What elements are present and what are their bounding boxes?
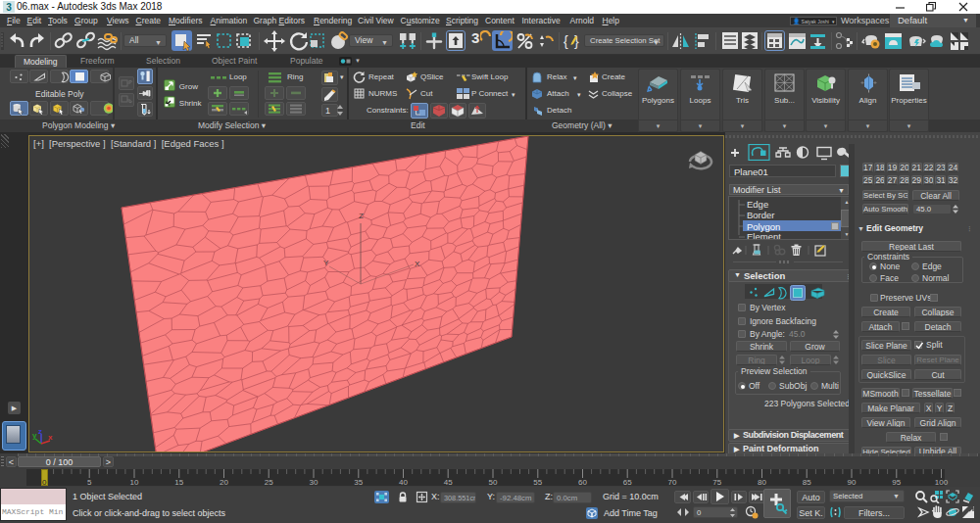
svg-text:80: 80 — [758, 478, 766, 487]
svg-text:75: 75 — [712, 478, 721, 487]
svg-text:x: x — [48, 433, 53, 442]
svg-text:15: 15 — [174, 478, 183, 487]
svg-text:70: 70 — [668, 478, 677, 487]
svg-text:z: z — [38, 427, 42, 436]
svg-text:3: 3 — [6, 2, 12, 13]
svg-text:45: 45 — [444, 478, 453, 487]
svg-text:X: X — [415, 260, 420, 268]
svg-text:{: { — [564, 33, 568, 49]
svg-text:10: 10 — [130, 478, 139, 487]
svg-text:30: 30 — [310, 478, 318, 487]
svg-text:20: 20 — [220, 478, 228, 487]
svg-text:40: 40 — [399, 478, 408, 487]
svg-text:50: 50 — [489, 478, 498, 487]
svg-text:y: y — [32, 431, 37, 440]
svg-text:65: 65 — [623, 478, 632, 487]
svg-text:60: 60 — [578, 478, 587, 487]
svg-text:Y: Y — [323, 259, 329, 267]
svg-text:55: 55 — [533, 478, 542, 487]
svg-text:35: 35 — [354, 478, 363, 487]
svg-text:100: 100 — [935, 478, 949, 487]
svg-text:5: 5 — [87, 478, 92, 487]
svg-text:95: 95 — [892, 478, 901, 487]
svg-text:}: } — [574, 33, 579, 49]
svg-text:Z: Z — [359, 212, 364, 220]
svg-text:90: 90 — [848, 478, 857, 487]
svg-text:25: 25 — [265, 478, 273, 487]
svg-text:85: 85 — [803, 478, 811, 487]
